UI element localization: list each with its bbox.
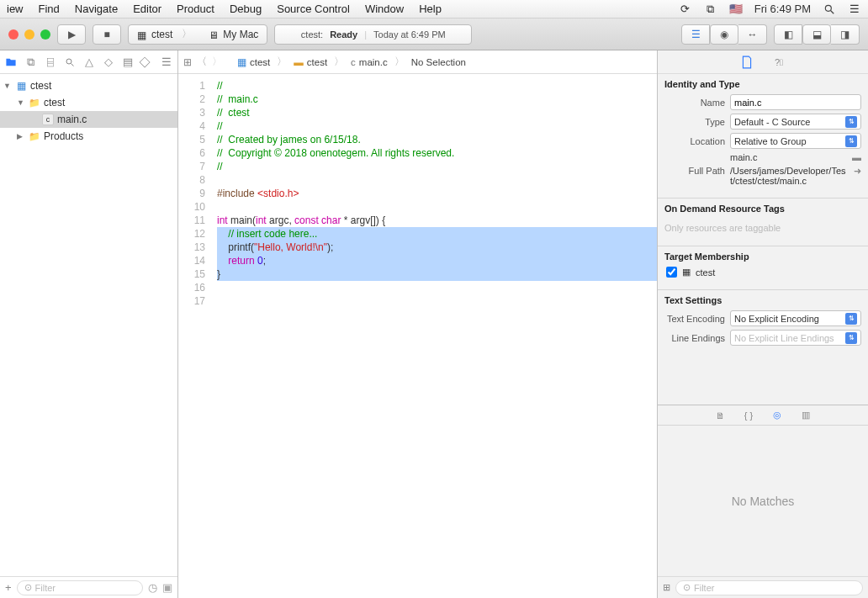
add-button[interactable]: + [5,581,12,594]
menu-debug[interactable]: Debug [230,3,262,15]
tree-item-ctest[interactable]: ▼📁ctest [0,94,177,111]
lineendings-select[interactable]: No Explicit Line Endings⇅ [730,330,861,346]
chevron-updown-icon: ⇅ [845,332,857,344]
menu-product[interactable]: Product [177,3,214,15]
clock[interactable]: Fri 6:49 PM [754,3,811,15]
scheme-selector[interactable]: ▦ctest 🖥My Mac [128,24,267,45]
encoding-select[interactable]: No Explicit Encoding⇅ [730,310,861,326]
airplay-icon[interactable]: ⧉ [704,3,717,16]
project-icon: ▦ [15,80,27,92]
code-line[interactable]: int main(int argc, const char * argv[]) … [217,214,657,227]
file-inspector-tab[interactable] [739,55,754,70]
code-lines[interactable]: //// main.c// ctest//// Created by james… [212,74,657,598]
code-line[interactable]: #include <stdio.h> [217,187,657,200]
scheme-destination[interactable]: 🖥My Mac [200,29,267,40]
code-line[interactable]: // [217,160,657,173]
input-flag[interactable]: 🇺🇸 [729,3,743,15]
library-filter[interactable]: ⊙ Filter [675,580,863,595]
menu-editor[interactable]: Editor [133,3,161,15]
breakpoint-navigator-tab[interactable]: ⃟ [142,56,153,69]
location-select[interactable]: Relative to Group⇅ [730,133,861,149]
test-navigator-tab[interactable]: ◇ [103,56,114,69]
run-button[interactable]: ▶ [57,24,86,45]
line-gutter: 1234567891011121314151617 [178,74,212,598]
traffic-lights [8,29,50,40]
code-line[interactable]: return 0; [217,254,657,267]
code-line[interactable]: // [217,79,657,93]
disclosure-open-icon[interactable]: ▼ [3,82,12,90]
related-items-icon[interactable]: ⊞ [183,56,192,68]
name-input[interactable] [730,94,861,110]
code-line[interactable]: // insert code here... [217,227,657,241]
code-line[interactable] [217,173,657,187]
menu-help[interactable]: Help [419,3,442,15]
library-view-icon[interactable]: ⊞ [663,582,670,593]
code-line[interactable]: } [217,267,657,281]
report-navigator-tab[interactable]: ☰ [161,56,172,69]
standard-editor-button[interactable]: ☰ [681,24,710,45]
minimize-window[interactable] [24,29,34,40]
code-line[interactable]: // Created by james on 6/15/18. [217,133,657,146]
code-line[interactable]: printf("Hello, World!\n"); [217,241,657,254]
navigator-filter[interactable]: ⊙ Filter [17,580,143,595]
disclosure-closed-icon[interactable]: ▶ [17,132,25,140]
source-control-navigator-tab[interactable]: ⧉ [25,56,36,69]
sync-icon[interactable]: ⟳ [679,3,692,16]
library-body: No Matches [658,426,868,576]
filter-icon: ⊙ [24,582,32,593]
object-library-tab[interactable]: ◎ [770,408,785,423]
tree-item-ctest[interactable]: ▼▦ctest [0,77,177,94]
stop-button[interactable]: ■ [93,24,121,45]
menu-iew[interactable]: iew [7,3,24,15]
zoom-window[interactable] [40,29,50,40]
quick-help-tab[interactable]: ?⃝ [771,55,786,70]
code-line[interactable] [217,281,657,294]
project-navigator-tab[interactable] [5,56,17,69]
menu-find[interactable]: Find [39,3,60,15]
menu-window[interactable]: Window [365,3,404,15]
assistant-editor-button[interactable]: ◉ [710,24,738,45]
tree-item-products[interactable]: ▶📁Products [0,128,177,145]
menu-source-control[interactable]: Source Control [277,3,350,15]
notification-icon[interactable]: ☰ [848,3,861,16]
svg-point-2 [66,59,71,64]
issue-navigator-tab[interactable]: △ [83,56,94,69]
media-library-tab[interactable]: ▥ [798,408,813,423]
menu-navigate[interactable]: Navigate [75,3,118,15]
toggle-navigator[interactable]: ◧ [774,24,802,45]
code-line[interactable]: // ctest [217,106,657,119]
back-button[interactable]: 〈 [197,56,207,68]
find-navigator-tab[interactable] [64,56,75,69]
toggle-inspector[interactable]: ◨ [831,24,860,45]
scm-filter-icon[interactable]: ▣ [162,581,172,594]
version-editor-button[interactable]: ↔ [738,24,767,45]
forward-button[interactable]: 〉 [212,56,222,68]
navigator-tree[interactable]: ▼▦ctest▼📁ctestcmain.c▶📁Products [0,74,177,576]
svg-line-1 [831,10,834,13]
file-template-tab[interactable]: 🗎 [712,408,728,423]
code-line[interactable] [217,200,657,214]
code-line[interactable]: // Copyright © 2018 onenotegem. All righ… [217,146,657,160]
spotlight-icon[interactable] [823,3,836,16]
code-editor[interactable]: 1234567891011121314151617 //// main.c// … [178,74,657,598]
recent-filter-icon[interactable]: ◷ [148,581,157,594]
breadcrumb-symbol[interactable]: No Selection [411,57,466,67]
target-checkbox[interactable] [666,267,677,278]
close-window[interactable] [8,29,19,40]
code-line[interactable] [217,294,657,308]
symbol-navigator-tab[interactable]: ⌸ [45,56,56,69]
tree-item-main-c[interactable]: cmain.c [0,111,177,128]
code-line[interactable]: // [217,119,657,133]
debug-navigator-tab[interactable]: ▤ [123,56,134,69]
type-select[interactable]: Default - C Source⇅ [730,114,861,130]
scheme-target[interactable]: ▦ctest [129,27,200,41]
code-line[interactable]: // main.c [217,93,657,106]
breadcrumb-file[interactable]: cmain.c [351,57,388,67]
toggle-debug-area[interactable]: ⬓ [802,24,831,45]
choose-folder-icon[interactable]: ▬ [852,152,861,162]
breadcrumb-project[interactable]: ▦ctest [237,56,270,68]
disclosure-open-icon[interactable]: ▼ [17,98,25,107]
breadcrumb-folder[interactable]: ▬ctest [294,57,327,67]
code-snippet-tab[interactable]: { } [741,408,756,423]
reveal-icon[interactable]: ➜ [854,166,861,177]
